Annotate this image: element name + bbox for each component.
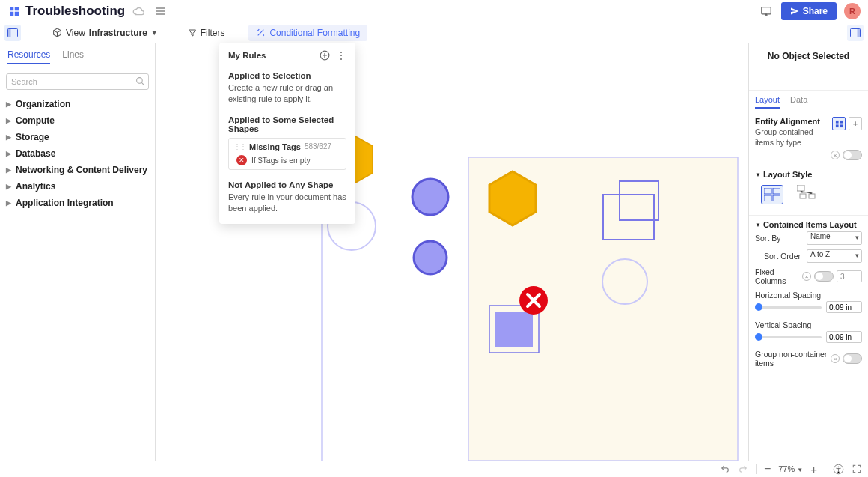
chevron-right-icon: ▶: [6, 199, 13, 207]
svg-rect-4: [858, 28, 861, 37]
rule-card-missing-tags[interactable]: ⋮⋮ Missing Tags 583/627 ✕ If $Tags is em…: [228, 138, 346, 170]
zoom-in-button[interactable]: +: [810, 463, 817, 476]
entity-group-toggle[interactable]: [843, 150, 862, 160]
sort-by-select[interactable]: Name: [807, 231, 862, 245]
tree-item-application-integration[interactable]: ▶Application Integration: [6, 195, 149, 211]
svg-point-35: [838, 466, 840, 467]
cloud-sync-icon[interactable]: [132, 6, 144, 16]
vspacing-label: Vertical Spacing: [755, 318, 862, 329]
sidebar-tab-lines[interactable]: Lines: [62, 49, 84, 64]
cube-icon: [52, 28, 62, 37]
undo-button[interactable]: [720, 464, 730, 474]
entity-alignment-desc: Group contained items by type: [755, 127, 832, 148]
svg-rect-10: [588, 343, 730, 455]
entity-alignment-title: Entity Alignment: [755, 117, 832, 126]
accessibility-icon[interactable]: [833, 464, 844, 475]
header: Troubleshooting Share R: [0, 0, 868, 22]
more-options-icon[interactable]: ⋮: [336, 50, 346, 61]
hspacing-slider[interactable]: [755, 306, 822, 309]
redo-button[interactable]: [738, 464, 748, 474]
drag-handle-icon[interactable]: ⋮⋮: [233, 142, 245, 151]
error-badge-icon: ✕: [236, 155, 247, 165]
conditional-formatting-button[interactable]: Conditional Formatting: [248, 25, 367, 41]
search-input[interactable]: [6, 73, 149, 90]
svg-rect-31: [800, 194, 806, 198]
fixed-columns-toggle[interactable]: [814, 271, 834, 282]
zoom-value[interactable]: 77% ▼: [778, 464, 803, 473]
chevron-down-icon: ▼: [151, 29, 158, 37]
chevron-right-icon: ▶: [6, 117, 13, 124]
filters-label: Filters: [201, 28, 225, 38]
sidebar-tab-resources[interactable]: Resources: [7, 49, 50, 64]
svg-point-14: [414, 241, 447, 274]
svg-rect-24: [835, 124, 838, 127]
cf-label: Conditional Formatting: [269, 28, 360, 38]
svg-rect-2: [8, 28, 11, 37]
svg-rect-27: [773, 188, 780, 194]
svg-rect-9: [588, 265, 730, 335]
add-rule-icon[interactable]: [320, 50, 330, 61]
tree-item-analytics[interactable]: ▶Analytics: [6, 178, 149, 195]
tree-item-compute[interactable]: ▶Compute: [6, 112, 149, 129]
right-panel-toggle[interactable]: [847, 25, 864, 41]
hspacing-input[interactable]: [826, 301, 862, 313]
svg-rect-32: [809, 194, 815, 198]
view-value: Infrastructure: [89, 28, 147, 38]
toggle-clear-icon[interactable]: ×: [831, 151, 840, 159]
right-tab-layout[interactable]: Layout: [755, 91, 780, 109]
cf-panel-title: My Rules: [228, 51, 266, 60]
svg-rect-23: [840, 120, 843, 123]
align-grid-button[interactable]: [832, 117, 846, 130]
toolbar: View Infrastructure ▼ Filters Conditiona…: [0, 22, 868, 43]
cf-sec-some-selected-title: Applied to Some Selected Shapes: [228, 115, 346, 133]
cf-sec-not-applied-title: Not Applied to Any Shape: [228, 180, 346, 189]
svg-point-13: [412, 179, 448, 215]
hspacing-label: Horizontal Spacing: [755, 288, 862, 300]
svg-rect-20: [495, 312, 533, 347]
svg-rect-22: [835, 120, 838, 123]
vspacing-input[interactable]: [826, 331, 862, 343]
svg-rect-26: [764, 188, 771, 194]
tree-item-networking[interactable]: ▶Networking & Content Delivery: [6, 162, 149, 178]
filter-icon: [188, 28, 197, 37]
left-sidebar: Resources Lines ▶Organization ▶Compute ▶…: [0, 43, 156, 461]
right-tab-data[interactable]: Data: [790, 91, 807, 109]
group-noncontainer-toggle[interactable]: [843, 353, 862, 364]
tree-item-organization[interactable]: ▶Organization: [6, 96, 149, 112]
fixed-columns-label: Fixed Columns: [755, 267, 802, 285]
chevron-right-icon: ▶: [6, 166, 13, 174]
layout-style-grid[interactable]: [761, 185, 783, 204]
right-header-title: No Object Selected: [749, 43, 868, 69]
layout-style-tree[interactable]: [797, 185, 819, 204]
left-panel-toggle[interactable]: [4, 25, 21, 41]
user-avatar[interactable]: R: [844, 3, 861, 19]
hamburger-menu-icon[interactable]: [155, 7, 165, 16]
presentation-icon[interactable]: [760, 6, 772, 16]
zoom-out-button[interactable]: −: [764, 462, 771, 476]
right-sidebar: No Object Selected Layout Data Entity Al…: [748, 43, 868, 461]
document-title: Troubleshooting: [25, 4, 125, 19]
svg-rect-29: [773, 195, 780, 201]
share-button[interactable]: Share: [781, 2, 837, 20]
status-bar: − 77% ▼ +: [0, 461, 868, 477]
rule-name: Missing Tags: [249, 142, 301, 151]
align-add-button[interactable]: +: [849, 117, 862, 130]
layout-style-title: ▼Layout Style: [755, 170, 862, 179]
tree-item-database[interactable]: ▶Database: [6, 145, 149, 162]
svg-rect-25: [840, 124, 843, 127]
fullscreen-button[interactable]: [852, 464, 862, 474]
svg-rect-0: [761, 7, 770, 13]
group-nc-clear-icon[interactable]: ×: [831, 354, 840, 363]
fixed-columns-input[interactable]: [837, 270, 862, 282]
filters-button[interactable]: Filters: [183, 25, 230, 40]
view-dropdown[interactable]: View Infrastructure ▼: [48, 25, 162, 40]
svg-point-5: [137, 78, 143, 84]
search-icon[interactable]: [135, 76, 145, 86]
rule-count: 583/627: [305, 142, 331, 151]
vspacing-slider[interactable]: [755, 336, 822, 338]
app-logo-icon: [7, 4, 21, 18]
tree-item-storage[interactable]: ▶Storage: [6, 129, 149, 145]
svg-rect-30: [797, 185, 804, 191]
fixed-col-clear-icon[interactable]: ×: [802, 272, 811, 281]
sort-order-select[interactable]: A to Z: [807, 249, 862, 263]
